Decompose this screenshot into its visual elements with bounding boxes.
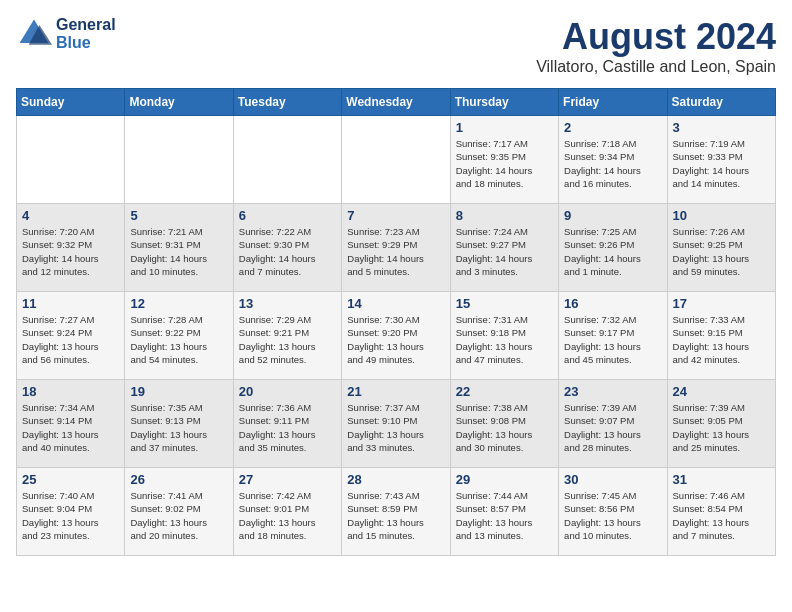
calendar-cell: 19Sunrise: 7:35 AM Sunset: 9:13 PM Dayli… — [125, 380, 233, 468]
calendar-cell: 2Sunrise: 7:18 AM Sunset: 9:34 PM Daylig… — [559, 116, 667, 204]
day-number: 22 — [456, 384, 553, 399]
cell-content: Sunrise: 7:33 AM Sunset: 9:15 PM Dayligh… — [673, 313, 770, 366]
calendar-week-0: 1Sunrise: 7:17 AM Sunset: 9:35 PM Daylig… — [17, 116, 776, 204]
day-number: 15 — [456, 296, 553, 311]
calendar-week-2: 11Sunrise: 7:27 AM Sunset: 9:24 PM Dayli… — [17, 292, 776, 380]
calendar-cell: 14Sunrise: 7:30 AM Sunset: 9:20 PM Dayli… — [342, 292, 450, 380]
calendar-cell: 6Sunrise: 7:22 AM Sunset: 9:30 PM Daylig… — [233, 204, 341, 292]
day-number: 28 — [347, 472, 444, 487]
logo: General Blue — [16, 16, 116, 52]
day-number: 13 — [239, 296, 336, 311]
calendar-cell — [125, 116, 233, 204]
cell-content: Sunrise: 7:39 AM Sunset: 9:05 PM Dayligh… — [673, 401, 770, 454]
calendar-cell: 24Sunrise: 7:39 AM Sunset: 9:05 PM Dayli… — [667, 380, 775, 468]
weekday-row: Sunday Monday Tuesday Wednesday Thursday… — [17, 89, 776, 116]
cell-content: Sunrise: 7:32 AM Sunset: 9:17 PM Dayligh… — [564, 313, 661, 366]
day-number: 30 — [564, 472, 661, 487]
calendar-cell: 27Sunrise: 7:42 AM Sunset: 9:01 PM Dayli… — [233, 468, 341, 556]
calendar-week-4: 25Sunrise: 7:40 AM Sunset: 9:04 PM Dayli… — [17, 468, 776, 556]
cell-content: Sunrise: 7:42 AM Sunset: 9:01 PM Dayligh… — [239, 489, 336, 542]
day-number: 21 — [347, 384, 444, 399]
cell-content: Sunrise: 7:23 AM Sunset: 9:29 PM Dayligh… — [347, 225, 444, 278]
calendar-cell: 31Sunrise: 7:46 AM Sunset: 8:54 PM Dayli… — [667, 468, 775, 556]
logo-text: General Blue — [56, 16, 116, 52]
cell-content: Sunrise: 7:37 AM Sunset: 9:10 PM Dayligh… — [347, 401, 444, 454]
cell-content: Sunrise: 7:25 AM Sunset: 9:26 PM Dayligh… — [564, 225, 661, 278]
calendar-cell: 21Sunrise: 7:37 AM Sunset: 9:10 PM Dayli… — [342, 380, 450, 468]
cell-content: Sunrise: 7:28 AM Sunset: 9:22 PM Dayligh… — [130, 313, 227, 366]
calendar-cell: 26Sunrise: 7:41 AM Sunset: 9:02 PM Dayli… — [125, 468, 233, 556]
cell-content: Sunrise: 7:34 AM Sunset: 9:14 PM Dayligh… — [22, 401, 119, 454]
cell-content: Sunrise: 7:40 AM Sunset: 9:04 PM Dayligh… — [22, 489, 119, 542]
month-year: August 2024 — [536, 16, 776, 58]
cell-content: Sunrise: 7:43 AM Sunset: 8:59 PM Dayligh… — [347, 489, 444, 542]
cell-content: Sunrise: 7:18 AM Sunset: 9:34 PM Dayligh… — [564, 137, 661, 190]
day-number: 16 — [564, 296, 661, 311]
day-number: 2 — [564, 120, 661, 135]
calendar-cell: 17Sunrise: 7:33 AM Sunset: 9:15 PM Dayli… — [667, 292, 775, 380]
day-number: 6 — [239, 208, 336, 223]
day-number: 23 — [564, 384, 661, 399]
day-number: 14 — [347, 296, 444, 311]
day-number: 11 — [22, 296, 119, 311]
col-sunday: Sunday — [17, 89, 125, 116]
day-number: 19 — [130, 384, 227, 399]
cell-content: Sunrise: 7:21 AM Sunset: 9:31 PM Dayligh… — [130, 225, 227, 278]
day-number: 29 — [456, 472, 553, 487]
logo-icon — [16, 16, 52, 52]
title-block: August 2024 Villatoro, Castille and Leon… — [536, 16, 776, 76]
calendar-cell: 4Sunrise: 7:20 AM Sunset: 9:32 PM Daylig… — [17, 204, 125, 292]
day-number: 10 — [673, 208, 770, 223]
day-number: 8 — [456, 208, 553, 223]
cell-content: Sunrise: 7:17 AM Sunset: 9:35 PM Dayligh… — [456, 137, 553, 190]
calendar-week-1: 4Sunrise: 7:20 AM Sunset: 9:32 PM Daylig… — [17, 204, 776, 292]
col-wednesday: Wednesday — [342, 89, 450, 116]
col-tuesday: Tuesday — [233, 89, 341, 116]
day-number: 4 — [22, 208, 119, 223]
location: Villatoro, Castille and Leon, Spain — [536, 58, 776, 76]
cell-content: Sunrise: 7:45 AM Sunset: 8:56 PM Dayligh… — [564, 489, 661, 542]
calendar-header: Sunday Monday Tuesday Wednesday Thursday… — [17, 89, 776, 116]
calendar-cell — [233, 116, 341, 204]
col-monday: Monday — [125, 89, 233, 116]
calendar-cell: 18Sunrise: 7:34 AM Sunset: 9:14 PM Dayli… — [17, 380, 125, 468]
cell-content: Sunrise: 7:26 AM Sunset: 9:25 PM Dayligh… — [673, 225, 770, 278]
col-thursday: Thursday — [450, 89, 558, 116]
cell-content: Sunrise: 7:46 AM Sunset: 8:54 PM Dayligh… — [673, 489, 770, 542]
cell-content: Sunrise: 7:22 AM Sunset: 9:30 PM Dayligh… — [239, 225, 336, 278]
calendar-body: 1Sunrise: 7:17 AM Sunset: 9:35 PM Daylig… — [17, 116, 776, 556]
calendar-cell: 28Sunrise: 7:43 AM Sunset: 8:59 PM Dayli… — [342, 468, 450, 556]
calendar-cell: 30Sunrise: 7:45 AM Sunset: 8:56 PM Dayli… — [559, 468, 667, 556]
day-number: 9 — [564, 208, 661, 223]
day-number: 18 — [22, 384, 119, 399]
calendar-cell: 23Sunrise: 7:39 AM Sunset: 9:07 PM Dayli… — [559, 380, 667, 468]
day-number: 25 — [22, 472, 119, 487]
calendar-table: Sunday Monday Tuesday Wednesday Thursday… — [16, 88, 776, 556]
calendar-cell: 10Sunrise: 7:26 AM Sunset: 9:25 PM Dayli… — [667, 204, 775, 292]
day-number: 17 — [673, 296, 770, 311]
cell-content: Sunrise: 7:44 AM Sunset: 8:57 PM Dayligh… — [456, 489, 553, 542]
day-number: 26 — [130, 472, 227, 487]
day-number: 3 — [673, 120, 770, 135]
calendar-cell: 11Sunrise: 7:27 AM Sunset: 9:24 PM Dayli… — [17, 292, 125, 380]
day-number: 12 — [130, 296, 227, 311]
calendar-cell — [342, 116, 450, 204]
calendar-cell: 13Sunrise: 7:29 AM Sunset: 9:21 PM Dayli… — [233, 292, 341, 380]
day-number: 20 — [239, 384, 336, 399]
calendar-cell: 1Sunrise: 7:17 AM Sunset: 9:35 PM Daylig… — [450, 116, 558, 204]
day-number: 27 — [239, 472, 336, 487]
cell-content: Sunrise: 7:36 AM Sunset: 9:11 PM Dayligh… — [239, 401, 336, 454]
calendar-cell: 16Sunrise: 7:32 AM Sunset: 9:17 PM Dayli… — [559, 292, 667, 380]
calendar-cell: 12Sunrise: 7:28 AM Sunset: 9:22 PM Dayli… — [125, 292, 233, 380]
cell-content: Sunrise: 7:31 AM Sunset: 9:18 PM Dayligh… — [456, 313, 553, 366]
day-number: 5 — [130, 208, 227, 223]
calendar-week-3: 18Sunrise: 7:34 AM Sunset: 9:14 PM Dayli… — [17, 380, 776, 468]
calendar-cell: 29Sunrise: 7:44 AM Sunset: 8:57 PM Dayli… — [450, 468, 558, 556]
page-header: General Blue August 2024 Villatoro, Cast… — [16, 16, 776, 76]
day-number: 1 — [456, 120, 553, 135]
cell-content: Sunrise: 7:38 AM Sunset: 9:08 PM Dayligh… — [456, 401, 553, 454]
cell-content: Sunrise: 7:39 AM Sunset: 9:07 PM Dayligh… — [564, 401, 661, 454]
cell-content: Sunrise: 7:24 AM Sunset: 9:27 PM Dayligh… — [456, 225, 553, 278]
cell-content: Sunrise: 7:41 AM Sunset: 9:02 PM Dayligh… — [130, 489, 227, 542]
cell-content: Sunrise: 7:30 AM Sunset: 9:20 PM Dayligh… — [347, 313, 444, 366]
